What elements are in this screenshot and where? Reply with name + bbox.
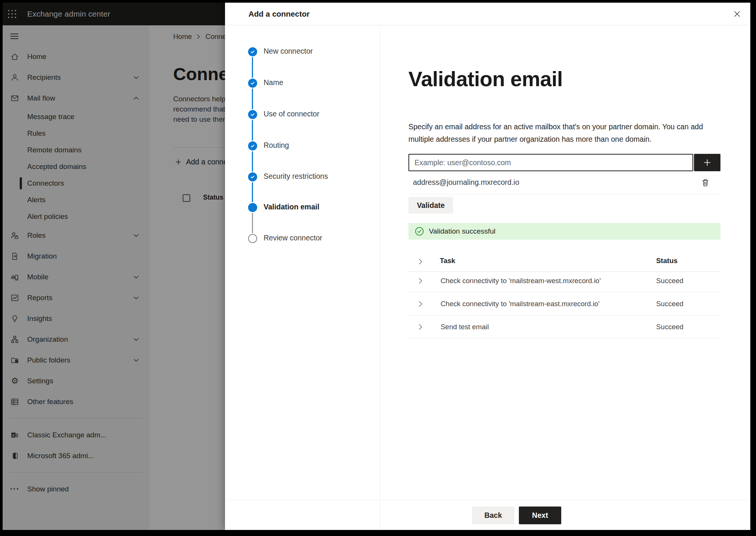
table-row-divider [408,315,720,316]
step-label-routing[interactable]: Routing [264,141,289,150]
step-circle-security-restrictions[interactable] [248,172,257,181]
step-description: Specify an email address for an active m… [408,121,713,146]
validate-button[interactable]: Validate [408,197,453,214]
step-label-name[interactable]: Name [264,78,283,87]
status-cell: Succeed [656,277,683,285]
task-cell: Check connectivity to 'mailstream-east.m… [441,300,599,308]
add-address-button[interactable] [694,154,720,171]
status-column-header: Status [656,257,678,265]
success-banner-text: Validation successful [429,227,495,235]
step-circle-name[interactable] [248,79,257,88]
close-icon[interactable] [731,8,743,20]
table-row-divider [408,338,720,338]
step-circle-use-of-connector[interactable] [248,110,257,119]
success-check-icon [414,226,424,236]
step-circle-routing[interactable] [248,141,257,150]
address-list-divider [408,194,720,195]
footer-divider [225,500,750,500]
task-cell: Send test email [441,323,489,331]
step-label-use-of-connector[interactable]: Use of connector [264,110,319,118]
step-label-new-connector[interactable]: New connector [264,47,313,56]
table-header-divider [408,271,720,272]
step-connector-line [252,151,253,172]
step-circle-validation-email[interactable] [248,203,257,212]
validation-email-input[interactable] [408,154,693,171]
table-row-divider [408,292,720,292]
step-connector-line [252,182,253,202]
step-heading: Validation email [408,67,563,91]
row-chevron-icon[interactable] [417,323,424,331]
expand-all-chevron-icon[interactable] [417,258,424,265]
step-label-review-connector[interactable]: Review connector [264,234,322,242]
task-cell: Check connectivity to 'mailstream-west.m… [441,277,601,285]
step-circle-new-connector[interactable] [248,47,257,56]
step-connector-line [252,120,253,141]
status-cell: Succeed [656,300,683,308]
wizard-stepper: New connectorNameUse of connectorRouting… [225,26,380,530]
added-address-row: address@journaling.mxrecord.io [408,176,720,191]
row-chevron-icon[interactable] [417,300,424,308]
step-connector-line [252,88,253,109]
trash-icon[interactable] [700,177,711,188]
step-circle-review-connector[interactable] [248,234,257,243]
step-label-security-restrictions[interactable]: Security restrictions [264,172,328,181]
added-address-text: address@journaling.mxrecord.io [413,178,519,187]
back-button[interactable]: Back [472,507,514,524]
step-connector-line [252,213,253,233]
dialog-title: Add a connector [248,3,310,25]
add-connector-dialog: Add a connector New connectorNameUse of … [225,3,750,530]
plus-icon [702,158,712,167]
status-cell: Succeed [656,323,683,331]
app-window: Exchange admin center HomeRecipientsMail… [3,3,750,530]
step-connector-line [252,57,253,78]
validation-success-banner: Validation successful [408,223,720,240]
step-label-validation-email[interactable]: Validation email [264,203,319,211]
row-chevron-icon[interactable] [417,277,424,285]
dialog-header: Add a connector [225,3,750,25]
task-column-header: Task [440,257,455,265]
next-button[interactable]: Next [519,507,561,524]
